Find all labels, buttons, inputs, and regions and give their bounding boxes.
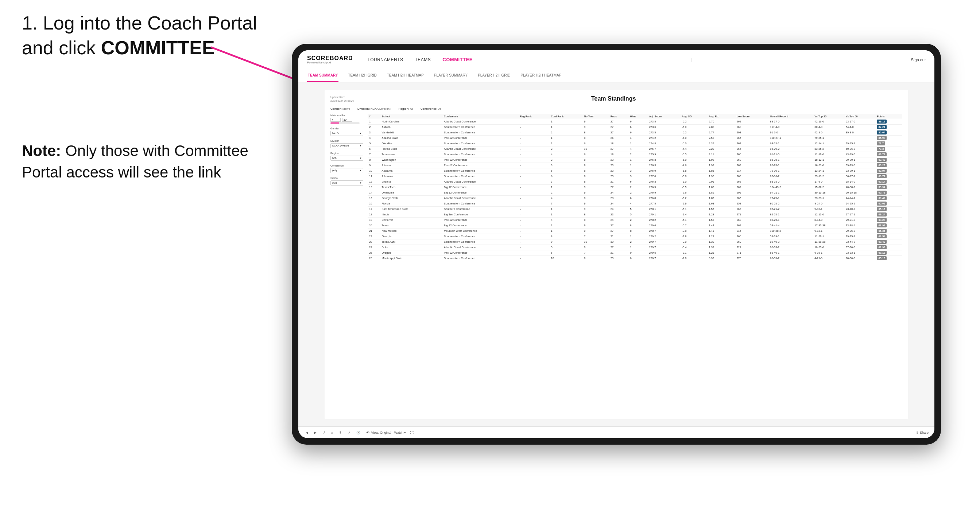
nav-tournaments[interactable]: TOURNAMENTS bbox=[368, 56, 403, 64]
cell-reg-rank: - bbox=[519, 228, 550, 233]
main-layout: Minimum Rou... Gender bbox=[331, 114, 902, 261]
table-row: 9 Arizona Pac-12 Conference - 3 8 23 1 2… bbox=[368, 162, 902, 168]
school-sidebar-label: School bbox=[331, 177, 363, 179]
rounds-slider[interactable] bbox=[331, 122, 360, 124]
nav-teams[interactable]: TEAMS bbox=[415, 56, 431, 64]
app-header: SCOREBOARD Powered by clippd TOURNAMENTS… bbox=[298, 50, 934, 69]
division-select-value: NCAA Division I bbox=[332, 144, 350, 147]
cell-no-tour: 9 bbox=[582, 201, 609, 206]
cell-wins: 1 bbox=[629, 135, 648, 141]
cell-low-rd: 66-40-1 bbox=[768, 250, 813, 256]
cell-overall: 17-33-38 bbox=[813, 223, 844, 228]
cell-wins: 3 bbox=[629, 173, 648, 179]
cell-reg-rank: - bbox=[519, 223, 550, 228]
min-rounds-input1[interactable] bbox=[331, 118, 340, 122]
cell-overall: 42-8-0 bbox=[813, 130, 844, 135]
toolbar-expand[interactable]: ⛶ bbox=[409, 430, 415, 435]
cell-conf-rank: 4 bbox=[550, 152, 583, 157]
table-row: 5 Ole Miss Southeastern Conference - 3 6… bbox=[368, 141, 902, 146]
cell-low-rd: 91-6-0 bbox=[768, 130, 813, 135]
cell-vs25: 60-26-2 bbox=[844, 146, 876, 152]
sub-nav-player-h2h-grid[interactable]: PLAYER H2H GRID bbox=[477, 69, 511, 82]
cell-rnds: 21 bbox=[609, 233, 629, 239]
nav-committee[interactable]: COMMITTEE bbox=[442, 56, 473, 64]
sub-nav-team-summary[interactable]: TEAM SUMMARY bbox=[307, 69, 339, 82]
toolbar-reload[interactable]: ↺ bbox=[321, 430, 327, 435]
cell-no-tour: 8 bbox=[582, 256, 609, 261]
region-select[interactable]: N/A ▾ bbox=[331, 156, 363, 161]
cell-low-score: 203 bbox=[735, 130, 769, 135]
cell-no-tour: 9 bbox=[582, 244, 609, 250]
region-value: All bbox=[410, 107, 413, 110]
tablet-screen: SCOREBOARD Powered by clippd TOURNAMENTS… bbox=[298, 50, 934, 438]
division-select[interactable]: NCAA Division I ▾ bbox=[331, 143, 363, 148]
toolbar-clock[interactable]: 🕐 bbox=[355, 430, 362, 435]
toolbar-forward[interactable]: ▶ bbox=[313, 430, 318, 435]
cell-overall: 12-13-0 bbox=[813, 212, 844, 217]
cell-sg: -2.6 bbox=[681, 190, 708, 195]
cell-low-rd: 86-25-1 bbox=[768, 162, 813, 168]
sub-nav-player-h2h-heatmap[interactable]: PLAYER H2H HEATMAP bbox=[520, 69, 562, 82]
cell-wins: 6 bbox=[629, 130, 648, 135]
note-text: Note: Only those with Committee Portal a… bbox=[22, 140, 277, 183]
sub-nav: TEAM SUMMARY TEAM H2H GRID TEAM H2H HEAT… bbox=[298, 69, 934, 83]
cell-school: Georgia bbox=[380, 233, 442, 239]
cell-wins: 1 bbox=[629, 244, 648, 250]
cell-sg: -3.5 bbox=[681, 184, 708, 190]
min-rounds-input2[interactable] bbox=[342, 118, 352, 122]
cell-rnds: 23 bbox=[609, 173, 629, 179]
cell-overall: 11-29-1 bbox=[813, 233, 844, 239]
cell-school: East Tennessee State bbox=[380, 206, 442, 212]
toolbar-download[interactable]: ⬇ bbox=[337, 430, 343, 435]
cell-no-tour: 9 bbox=[582, 228, 609, 233]
cell-avg-rd: 1.28 bbox=[707, 212, 735, 217]
toolbar-back[interactable]: ◀ bbox=[304, 430, 310, 435]
school-select[interactable]: (All) ▾ bbox=[331, 180, 363, 186]
cell-reg-rank: - bbox=[519, 162, 550, 168]
cell-adj-score: 274.8 bbox=[648, 141, 681, 146]
cell-overall: 30-4-0 bbox=[813, 124, 844, 130]
cell-school: Texas A&M bbox=[380, 239, 442, 244]
cell-low-rd: 61-21-0 bbox=[768, 152, 813, 157]
cell-adj-score: 276.3 bbox=[648, 162, 681, 168]
cell-adj-score: 279.6 bbox=[648, 223, 681, 228]
cell-conference: Pac-12 Conference bbox=[442, 162, 518, 168]
sign-out-button[interactable]: Sign out bbox=[911, 57, 926, 62]
sub-nav-player-summary[interactable]: PLAYER SUMMARY bbox=[433, 69, 468, 82]
cell-vs50: 71.7 bbox=[875, 141, 902, 146]
cell-reg-rank: - bbox=[519, 190, 550, 195]
cell-school: Oregon bbox=[380, 250, 442, 256]
cell-school: Florida bbox=[380, 201, 442, 206]
conference-select[interactable]: (All) ▾ bbox=[331, 168, 363, 173]
cell-rank: 17 bbox=[368, 206, 380, 212]
cell-no-tour: 6 bbox=[582, 152, 609, 157]
sub-nav-team-h2h-grid[interactable]: TEAM H2H GRID bbox=[347, 69, 377, 82]
sub-nav-team-h2h-heatmap[interactable]: TEAM H2H HEATMAP bbox=[386, 69, 425, 82]
gender-select[interactable]: Men's ▾ bbox=[331, 131, 363, 136]
cell-vs50: 69.71 bbox=[875, 152, 902, 157]
cell-adj-score: 275.7 bbox=[648, 146, 681, 152]
cell-low-score: 266 bbox=[735, 233, 769, 239]
cell-low-score: 262 bbox=[735, 141, 769, 146]
cell-adj-score: 279.7 bbox=[648, 244, 681, 250]
view-original-btn[interactable]: 👁 View: Original bbox=[366, 431, 391, 435]
toolbar-home[interactable]: ⌂ bbox=[330, 430, 334, 435]
cell-conference: Southeastern Conference bbox=[442, 173, 518, 179]
cell-avg-rd: 1.86 bbox=[707, 168, 735, 173]
cell-vs25: 23-33-1 bbox=[844, 250, 876, 256]
cell-vs25: 33-38-4 bbox=[844, 223, 876, 228]
cell-conference: Southeastern Conference bbox=[442, 239, 518, 244]
cell-low-score: 265 bbox=[735, 152, 769, 157]
cell-avg-rd: 1.41 bbox=[707, 228, 735, 233]
cell-no-tour: 8 bbox=[582, 179, 609, 184]
cell-adj-score: 276.8 bbox=[648, 195, 681, 201]
share-button[interactable]: ⇪ Share bbox=[916, 431, 929, 435]
cell-rank: 24 bbox=[368, 244, 380, 250]
cell-vs50: 60.47 bbox=[875, 195, 902, 201]
toolbar-share-small[interactable]: ↗ bbox=[346, 430, 352, 435]
cell-conference: Pac-12 Conference bbox=[442, 250, 518, 256]
cell-no-tour: 9 bbox=[582, 206, 609, 212]
cell-sg: -2.0 bbox=[681, 239, 708, 244]
watch-button[interactable]: Watch ▾ bbox=[394, 431, 406, 435]
cell-overall: 11-38-28 bbox=[813, 239, 844, 244]
